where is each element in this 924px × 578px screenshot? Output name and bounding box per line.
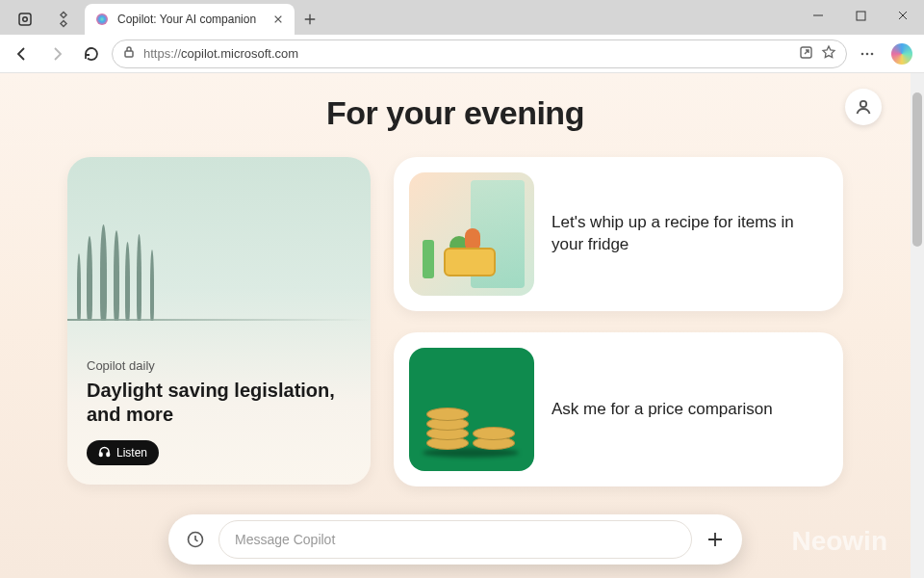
back-button[interactable] [8,39,37,68]
browser-tab-bar: Copilot: Your AI companion [0,0,924,35]
svg-rect-11 [107,453,110,457]
browser-nav-bar: https://copilot.microsoft.com [0,35,924,73]
daily-card-title: Daylight saving legislation, and more [87,379,351,427]
url-text: https://copilot.microsoft.com [143,46,791,61]
svg-point-2 [96,13,108,25]
svg-point-6 [861,52,864,55]
new-tab-button[interactable] [295,4,325,35]
profile-button[interactable] [845,89,882,125]
card-grid: Copilot daily Daylight saving legislatio… [67,157,843,486]
window-controls [797,0,924,35]
svg-rect-4 [125,51,133,57]
close-window-button[interactable] [882,0,924,31]
suggestion-text: Ask me for a price comparison [552,399,788,421]
lock-icon [122,45,136,62]
page-content: For your evening Copilot daily Daylight … [0,73,911,578]
svg-rect-3 [857,12,865,20]
svg-rect-10 [100,453,103,457]
listen-label: Listen [116,446,147,460]
history-icon[interactable] [176,520,215,559]
add-button[interactable] [696,520,734,559]
listen-button[interactable]: Listen [87,440,159,465]
refresh-button[interactable] [77,39,106,68]
more-menu-button[interactable] [853,39,882,68]
coins-illustration [409,348,534,471]
svg-point-7 [866,52,869,55]
suggestion-card-recipe[interactable]: Let's whip up a recipe for items in your… [394,157,843,311]
headphones-icon [98,445,111,460]
svg-rect-0 [19,13,31,25]
suggestion-card-price[interactable]: Ask me for a price comparison [394,332,843,486]
favorite-icon[interactable] [821,44,836,63]
svg-point-1 [23,17,28,22]
daily-card-illustration [67,205,371,321]
scrollbar-thumb[interactable] [912,92,922,247]
app-icon-1[interactable] [8,4,42,35]
minimize-button[interactable] [797,0,839,31]
forward-button [42,39,71,68]
message-placeholder: Message Copilot [235,532,335,547]
page-headline: For your evening [67,94,843,132]
compose-bar: Message Copilot [168,514,742,565]
daily-card[interactable]: Copilot daily Daylight saving legislatio… [67,157,371,485]
tab-title: Copilot: Your AI companion [117,13,256,26]
copilot-sidebar-button[interactable] [887,39,916,68]
app-icon-2[interactable] [46,4,81,35]
active-tab[interactable]: Copilot: Your AI companion [85,4,295,35]
svg-point-9 [860,101,866,107]
suggestion-text: Let's whip up a recipe for items in your… [552,212,828,256]
open-external-icon[interactable] [799,45,813,63]
scrollbar-track[interactable] [911,73,924,578]
maximize-button[interactable] [839,0,882,31]
message-input[interactable]: Message Copilot [218,520,692,559]
copilot-favicon-icon [94,12,110,27]
fridge-illustration [409,172,534,296]
close-tab-icon[interactable] [271,13,285,26]
svg-point-8 [871,52,874,55]
daily-card-label: Copilot daily [87,358,351,373]
watermark: Neowin [791,526,887,557]
address-bar[interactable]: https://copilot.microsoft.com [112,39,847,68]
